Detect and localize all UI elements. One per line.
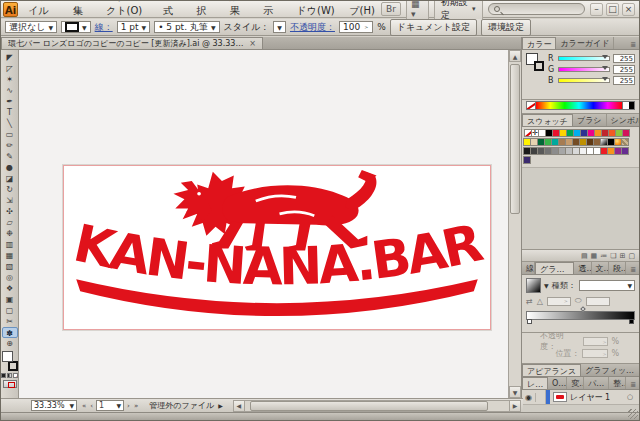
blend-tool[interactable]: ❖ (2, 283, 18, 294)
chevron-down-icon[interactable]: ▼ (544, 282, 549, 289)
type-tool[interactable]: T (2, 107, 18, 118)
style-dropdown[interactable]: ▼ (273, 21, 286, 33)
layer-row[interactable]: ◉ レイヤー 1 ○ (522, 390, 639, 405)
arrange-documents-icon[interactable]: ▦ ▾ (406, 0, 429, 21)
gradient-angle-field[interactable]: ＞ (547, 297, 571, 306)
stroke-width-dropdown[interactable]: 1 pt ▼ (117, 21, 150, 33)
paintbrush-tool[interactable]: ✏ (2, 140, 18, 151)
tab-カラー[interactable]: カラー (522, 37, 556, 49)
tab-透明[interactable]: 透明 (574, 262, 591, 274)
gradient-type-dropdown[interactable]: ▼ (579, 280, 635, 291)
color-mode-button[interactable] (1, 373, 6, 378)
panel-menu-icon[interactable]: ≣ (627, 266, 639, 274)
artboard-number-field[interactable]: 1 ▼ (96, 400, 124, 411)
direct-selection-tool[interactable]: ◸ (2, 63, 18, 74)
swatch-kinds-button[interactable]: ▦ (591, 251, 598, 261)
fill-stroke-indicator[interactable] (2, 351, 18, 371)
fill-proxy[interactable] (2, 351, 13, 362)
slice-tool[interactable]: ✂ (2, 316, 18, 327)
tab-線[interactable]: 線 (522, 262, 535, 274)
none-swatch[interactable] (526, 101, 536, 110)
selection-tool[interactable]: ◤ (2, 52, 18, 63)
reverse-gradient-icon[interactable]: ⇄ (526, 297, 533, 306)
visibility-eye-icon[interactable]: ◉ (522, 393, 536, 402)
rotate-tool[interactable]: ↻ (2, 184, 18, 195)
swatch-0[interactable] (524, 129, 532, 137)
slider-track[interactable] (558, 67, 610, 72)
scroll-up-icon[interactable]: ▲ (509, 50, 521, 62)
swatch-29[interactable] (621, 138, 629, 146)
mesh-tool[interactable]: ▦ (2, 250, 18, 261)
panel-menu-icon[interactable]: ≣ (627, 41, 639, 49)
graph-tool[interactable]: ▥ (2, 239, 18, 250)
magic-wand-tool[interactable]: ✶ (2, 74, 18, 85)
tab-段落[interactable]: 段落 (609, 262, 626, 274)
slider-value-field[interactable]: 255 (613, 65, 635, 74)
bridge-icon[interactable]: Br (381, 2, 401, 16)
horizontal-scrollbar[interactable]: ◀ ▶ (233, 400, 521, 412)
layer-thumbnail[interactable] (553, 392, 567, 402)
tab-アピアランス[interactable]: アピアランス (522, 364, 581, 376)
tab-レイヤー[interactable]: レイヤー (522, 377, 548, 389)
eraser-tool[interactable]: ◪ (2, 173, 18, 184)
tab-close-icon[interactable]: × (249, 39, 256, 48)
slider-value-field[interactable]: 255 (613, 54, 635, 63)
free-transform-tool[interactable]: ▱ (2, 217, 18, 228)
scroll-left-icon[interactable]: ◀ (234, 401, 245, 411)
hand-tool[interactable]: ✽ (2, 327, 18, 338)
gradient-mode-button[interactable] (7, 373, 12, 378)
swatch-44[interactable] (621, 147, 629, 155)
minimize-button[interactable]: – (590, 3, 603, 16)
tab-ブラシ[interactable]: ブラシ (573, 114, 607, 126)
tab-シンボル[interactable]: シンボル (607, 114, 640, 126)
app-icon[interactable]: Ai (3, 2, 18, 17)
gradient-aspect-field[interactable] (586, 297, 610, 306)
eyedropper-tool[interactable]: ◎ (2, 272, 18, 283)
opacity-label[interactable]: 不透明度： (290, 21, 335, 34)
new-color-group-button[interactable]: ❏ (610, 251, 616, 261)
tab-パスファ[interactable]: パスファ (584, 377, 609, 389)
first-artboard-button[interactable]: « (81, 402, 87, 410)
tab-整列[interactable]: 整列 (609, 377, 626, 389)
width-tool[interactable]: ✣ (2, 206, 18, 217)
color-spectrum-bar[interactable] (536, 101, 623, 110)
next-artboard-button[interactable]: › (126, 402, 131, 410)
search-input[interactable] (488, 3, 585, 15)
vertical-scroll-thumb[interactable] (510, 64, 520, 214)
swatch-libraries-button[interactable]: ▤ (581, 251, 588, 261)
white-black-swatches[interactable] (623, 101, 635, 110)
lasso-tool[interactable]: ∿ (2, 85, 18, 96)
pen-tool[interactable]: ✒ (2, 96, 18, 107)
slider-track[interactable] (558, 56, 610, 61)
fill-color-dropdown[interactable]: ▼ (61, 21, 91, 33)
file-status[interactable]: 管理外のファイル ▶ (143, 400, 229, 411)
slider-track[interactable] (558, 78, 610, 83)
stroke-proxy[interactable] (8, 361, 18, 371)
gradient-slider[interactable] (526, 311, 635, 320)
gradient-tool[interactable]: ▧ (2, 261, 18, 272)
stroke-proxy[interactable] (534, 61, 544, 71)
tab-グラデーション[interactable]: グラデーション (535, 262, 574, 274)
tab-変形[interactable]: 変形 (567, 377, 584, 389)
maximize-button[interactable]: □ (606, 3, 619, 16)
close-button[interactable]: × (622, 3, 635, 16)
opacity-field[interactable]: 100 ＞ (339, 21, 373, 33)
gradient-stop-right[interactable] (629, 319, 634, 324)
blob-brush-tool[interactable]: ● (2, 162, 18, 173)
swatch-14[interactable] (622, 129, 630, 137)
tab-グラフィックスタイル[interactable]: グラフィックスタイル (581, 364, 639, 376)
scroll-right-icon[interactable]: ▶ (509, 401, 520, 411)
previous-artboard-button[interactable]: ‹ (89, 402, 94, 410)
canvas[interactable]: KAN-NANA.BAR ▲ ▼ (19, 50, 521, 398)
gradient-thumbnail[interactable] (526, 278, 541, 293)
resize-grip[interactable] (628, 409, 638, 419)
status-flyout-icon[interactable]: ▶ (218, 402, 223, 409)
gradient-stop-left[interactable] (527, 319, 532, 324)
tab-Open[interactable]: Open (548, 377, 567, 389)
none-mode-button[interactable] (13, 373, 18, 378)
last-artboard-button[interactable]: » (133, 402, 139, 410)
document-tab[interactable]: 環七バー ロンズロゴのコピーのコピー [更新済み].ai @ 33.33% (C… (1, 37, 263, 49)
zoom-tool[interactable]: ⊕ (2, 338, 18, 349)
symbol-sprayer-tool[interactable]: ❉ (2, 228, 18, 239)
swatch-45[interactable] (523, 156, 531, 164)
